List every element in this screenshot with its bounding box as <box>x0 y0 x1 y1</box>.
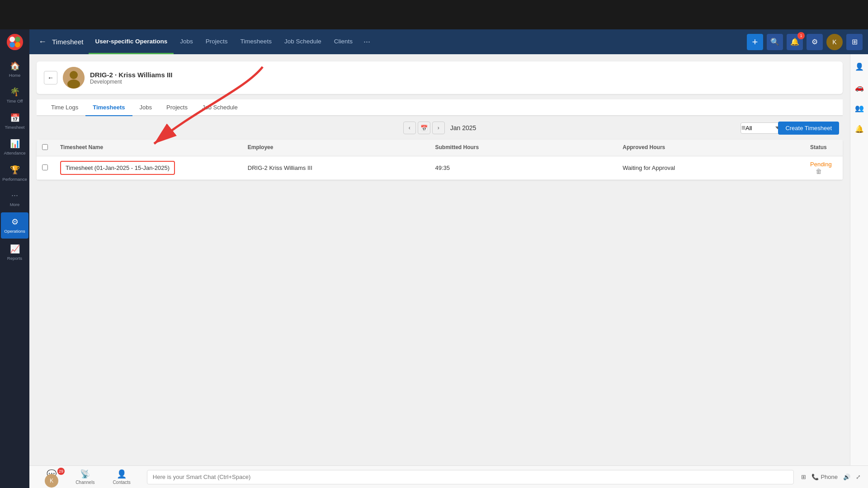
bell-icon: 🔔 <box>790 38 799 46</box>
timesheet-name-link[interactable]: Timesheet (01-Jan-2025 - 15-Jan-2025) <box>60 161 175 175</box>
nav-back-button[interactable]: ← <box>35 35 50 48</box>
contacts-nav[interactable]: 👤 Contacts <box>104 467 139 487</box>
calendar-button[interactable]: 📅 <box>418 122 430 134</box>
sidebar-item-attendance[interactable]: 📊 Attendance <box>0 134 29 160</box>
sub-tab-projects[interactable]: Projects <box>159 99 195 116</box>
sidebar-item-more[interactable]: ··· More <box>0 186 29 211</box>
sidebar-timeoff-label: Time Off <box>7 99 23 103</box>
nav-tab-projects[interactable]: Projects <box>199 29 234 54</box>
bottom-bar: 💬 Chats 29 K 📡 Channels 👤 Contacts ⊞ <box>29 465 868 488</box>
grid-view-button[interactable]: ⊞ <box>801 474 806 480</box>
timesheet-icon: 📅 <box>10 113 20 123</box>
timesheet-controls: ‹ 📅 › Jan 2025 All Pending Approved Reje… <box>37 122 843 134</box>
sidebar-item-timesheet[interactable]: 📅 Timesheet <box>0 108 29 134</box>
expand-button[interactable]: ⤢ <box>856 474 861 480</box>
settings-icon: ⚙ <box>811 38 818 46</box>
channels-icon: 📡 <box>80 469 90 479</box>
sidebar-home-label: Home <box>9 73 20 78</box>
svg-point-2 <box>15 37 20 42</box>
sub-tab-timesheets[interactable]: Timesheets <box>85 99 132 116</box>
sidebar-item-operations[interactable]: ⚙ Operations <box>1 212 28 238</box>
svg-point-1 <box>9 37 15 42</box>
nav-tab-clients[interactable]: Clients <box>328 29 359 54</box>
chat-badge: 29 <box>57 468 65 475</box>
add-new-button[interactable]: + <box>747 34 763 50</box>
nav-tab-job-schedule[interactable]: Job Schedule <box>278 29 328 54</box>
bottom-actions: ⊞ 📞 Phone 🔊 ⤢ <box>801 474 861 480</box>
row-select-checkbox[interactable] <box>42 164 48 170</box>
phone-button[interactable]: 📞 Phone <box>811 474 838 480</box>
select-all-checkbox[interactable] <box>42 144 48 150</box>
search-button[interactable]: 🔍 <box>767 34 783 50</box>
sidebar-timesheet-label: Timesheet <box>5 125 25 130</box>
nav-tab-timesheets[interactable]: Timesheets <box>234 29 278 54</box>
notification-badge: 1 <box>797 32 805 39</box>
contacts-icon: 👤 <box>117 469 127 479</box>
header-employee: Employee <box>248 144 435 151</box>
content-main: ← DRIG-2 · Kriss Williams III Developmen… <box>29 54 850 465</box>
sidebar-item-home[interactable]: 🏠 Home <box>0 56 29 82</box>
status-badge: Pending <box>810 161 832 168</box>
header-timesheet-name: Timesheet Name <box>60 144 248 151</box>
sub-tab-job-schedule[interactable]: Job Schedule <box>195 99 245 116</box>
left-sidebar: 🏠 Home 🌴 Time Off 📅 Timesheet 📊 Attendan… <box>0 29 29 488</box>
employee-avatar <box>63 67 85 89</box>
row-timesheet-name[interactable]: Timesheet (01-Jan-2025 - 15-Jan-2025) <box>60 161 248 175</box>
right-icon-bell[interactable]: 🔔 <box>853 122 866 136</box>
settings-button[interactable]: ⚙ <box>807 34 823 50</box>
main-area: ← Timesheet User-specific Operations Job… <box>29 29 868 488</box>
create-timesheet-button[interactable]: Create Timesheet <box>778 122 839 135</box>
timeoff-icon: 🌴 <box>10 87 20 97</box>
status-filter-select[interactable]: All Pending Approved Rejected <box>741 122 784 134</box>
chats-nav[interactable]: 💬 Chats 29 K <box>37 467 66 487</box>
svg-point-0 <box>7 34 23 50</box>
timesheet-table: Timesheet Name Employee Submitted Hours … <box>37 140 843 180</box>
employee-department: Development <box>90 79 835 85</box>
sidebar-item-reports[interactable]: 📈 Reports <box>0 239 29 265</box>
svg-point-4 <box>15 42 20 47</box>
sidebar-operations-label: Operations <box>4 229 25 234</box>
app-logo[interactable] <box>6 33 24 51</box>
speaker-button[interactable]: 🔊 <box>843 474 850 480</box>
apps-button[interactable]: ⊞ <box>846 34 863 50</box>
prev-month-button[interactable]: ‹ <box>403 122 416 134</box>
nav-tab-user-ops[interactable]: User-specific Operations <box>89 29 174 54</box>
search-icon: 🔍 <box>770 38 779 46</box>
delete-row-button[interactable]: 🗑 <box>816 168 822 175</box>
header-submitted-hours: Submitted Hours <box>435 144 623 151</box>
filter-button[interactable]: ≡ <box>741 124 745 132</box>
performance-icon: 🏆 <box>10 165 20 175</box>
notifications-button[interactable]: 🔔 1 <box>787 34 803 50</box>
right-icon-person[interactable]: 👤 <box>853 60 866 73</box>
nav-more-button[interactable]: ··· <box>359 37 375 47</box>
channels-nav[interactable]: 📡 Channels <box>66 467 104 487</box>
right-icon-car[interactable]: 🚗 <box>853 80 866 94</box>
avatar[interactable]: K <box>826 34 843 50</box>
calendar-icon: 📅 <box>420 125 428 131</box>
smart-chat-input[interactable] <box>147 470 794 484</box>
row-status: Pending 🗑 <box>810 161 837 175</box>
sidebar-more-label: More <box>10 202 20 207</box>
channels-label: Channels <box>75 480 94 485</box>
group-icon: 👥 <box>855 104 864 113</box>
employee-info: DRIG-2 · Kriss Williams III Development <box>90 71 835 85</box>
sub-tabs: Time Logs Timesheets Jobs Projects Job S… <box>37 99 843 116</box>
sidebar-reports-label: Reports <box>7 256 22 261</box>
employee-back-button[interactable]: ← <box>44 71 57 84</box>
row-submitted-hours: 49:35 <box>435 164 623 171</box>
sidebar-item-timeoff[interactable]: 🌴 Time Off <box>0 82 29 108</box>
right-icon-group[interactable]: 👥 <box>853 101 866 115</box>
row-employee: DRIG-2 Kriss Williams III <box>248 164 435 171</box>
table-row: Timesheet (01-Jan-2025 - 15-Jan-2025) DR… <box>37 156 843 180</box>
speaker-icon: 🔊 <box>843 474 850 480</box>
row-approved-hours: Waiting for Approval <box>623 164 810 171</box>
sidebar-item-performance[interactable]: 🏆 Performance <box>0 160 29 186</box>
grid-icon: ⊞ <box>801 474 806 480</box>
next-month-button[interactable]: › <box>432 122 445 134</box>
sub-tab-jobs[interactable]: Jobs <box>132 99 159 116</box>
right-sidebar: 👤 🚗 👥 🔔 <box>850 54 868 465</box>
sub-tab-time-logs[interactable]: Time Logs <box>44 99 85 116</box>
nav-tab-jobs[interactable]: Jobs <box>174 29 199 54</box>
svg-point-3 <box>9 42 15 47</box>
phone-icon: 📞 <box>811 474 819 480</box>
